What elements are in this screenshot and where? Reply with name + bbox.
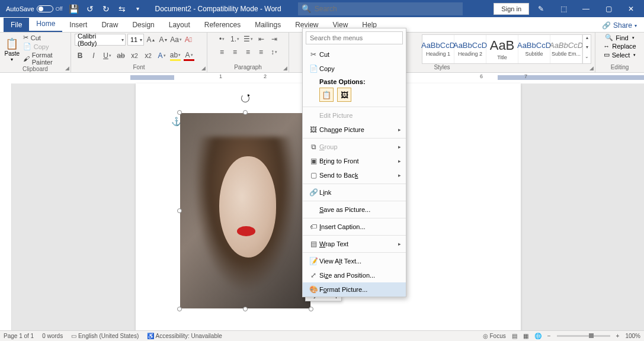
- style-subtitle[interactable]: AaBbCcDSubtitle: [518, 35, 550, 63]
- share-button[interactable]: 🔗 Share ▾: [598, 19, 640, 32]
- change-case-icon[interactable]: Aa: [171, 34, 181, 45]
- coming-soon-icon[interactable]: ✎: [530, 0, 552, 17]
- numbering-icon[interactable]: 1.: [230, 34, 241, 44]
- tab-references[interactable]: References: [197, 18, 248, 32]
- justify-icon[interactable]: ≡: [256, 47, 267, 57]
- maximize-button[interactable]: ▢: [598, 0, 619, 17]
- ctx-link[interactable]: 🔗Link: [303, 185, 406, 200]
- resize-handle[interactable]: [309, 307, 313, 311]
- paste-button[interactable]: 📋 Paste ▾: [4, 37, 21, 62]
- resize-handle[interactable]: [177, 110, 182, 115]
- qat-more-icon[interactable]: ⇆: [115, 2, 129, 16]
- cut-button[interactable]: ✂Cut: [23, 34, 67, 41]
- status-language[interactable]: ▭ English (United States): [71, 333, 139, 339]
- multilevel-list-icon[interactable]: ☰: [243, 34, 254, 44]
- read-mode-icon[interactable]: ▤: [512, 333, 517, 339]
- resize-handle[interactable]: [243, 110, 248, 115]
- qat-customize-icon[interactable]: ▾: [131, 2, 145, 16]
- find-button[interactable]: 🔍Find▾: [605, 34, 634, 41]
- resize-handle[interactable]: [177, 208, 182, 213]
- redo-icon[interactable]: ↻: [99, 2, 113, 16]
- rotate-handle-icon[interactable]: [241, 94, 249, 102]
- font-size-combo[interactable]: 11▾: [127, 34, 144, 46]
- ctx-change-picture[interactable]: 🖼Change Picture▸: [303, 123, 406, 137]
- sign-in-button[interactable]: Sign in: [494, 3, 529, 15]
- subscript-button[interactable]: x2: [129, 50, 140, 61]
- zoom-in-button[interactable]: +: [616, 333, 620, 339]
- styles-spinner[interactable]: ▴▾⌄: [582, 35, 591, 63]
- zoom-thumb[interactable]: [589, 333, 594, 338]
- increase-indent-icon[interactable]: ⇥: [269, 34, 280, 44]
- tab-mailings[interactable]: Mailings: [248, 18, 288, 32]
- align-right-icon[interactable]: ≡: [243, 47, 254, 57]
- styles-more-icon[interactable]: ⌄: [583, 54, 591, 63]
- context-menu-search[interactable]: [306, 31, 403, 44]
- paragraph-launcher-icon[interactable]: ◢: [283, 65, 287, 71]
- ctx-insert-caption[interactable]: 🏷Insert Caption...: [303, 220, 406, 234]
- resize-handle[interactable]: [243, 307, 248, 311]
- status-accessibility[interactable]: ♿ Accessibility: Unavailable: [147, 333, 222, 339]
- ctx-bring-to-front[interactable]: ▣Bring to Front▸: [303, 154, 406, 168]
- font-launcher-icon[interactable]: ◢: [201, 65, 206, 71]
- text-effects-icon[interactable]: A: [156, 50, 167, 61]
- search-input[interactable]: [315, 5, 459, 13]
- style-heading2[interactable]: AaBbCcDHeading 2: [454, 35, 486, 63]
- context-search-input[interactable]: [306, 31, 403, 44]
- replace-button[interactable]: ↔Replace: [603, 43, 636, 50]
- ctx-format-picture[interactable]: 🎨Format Picture...: [303, 282, 406, 297]
- ctx-send-to-back[interactable]: ▢Send to Back▸: [303, 168, 406, 182]
- chevron-down-icon[interactable]: ▾: [583, 44, 591, 54]
- web-layout-icon[interactable]: 🌐: [534, 333, 542, 339]
- resize-handle[interactable]: [177, 307, 182, 311]
- ctx-view-alt-text[interactable]: 📝View Alt Text...: [303, 254, 406, 268]
- style-heading1[interactable]: AaBbCcDHeading 1: [422, 35, 454, 63]
- select-button[interactable]: ▭Select▾: [604, 51, 636, 59]
- minimize-button[interactable]: —: [575, 0, 597, 17]
- status-page[interactable]: Page 1 of 1: [4, 333, 34, 339]
- tab-home[interactable]: Home: [29, 17, 62, 32]
- increase-font-icon[interactable]: A▲: [146, 34, 156, 45]
- clear-formatting-icon[interactable]: A⃠: [183, 34, 194, 45]
- superscript-button[interactable]: x2: [143, 50, 153, 61]
- clipboard-launcher-icon[interactable]: ◢: [65, 65, 69, 71]
- styles-launcher-icon[interactable]: ◢: [589, 65, 594, 71]
- tab-insert[interactable]: Insert: [62, 18, 94, 32]
- chevron-up-icon[interactable]: ▴: [583, 35, 591, 44]
- tab-design[interactable]: Design: [125, 18, 161, 32]
- ctx-size-position[interactable]: ⤢Size and Position...: [303, 268, 406, 282]
- search-box[interactable]: 🔍: [298, 2, 463, 15]
- copy-button[interactable]: 📄Copy: [23, 43, 67, 50]
- font-color-icon[interactable]: A: [184, 50, 194, 61]
- focus-mode-button[interactable]: ◎ Focus: [483, 333, 506, 339]
- save-icon[interactable]: 💾: [67, 2, 81, 16]
- bold-button[interactable]: B: [75, 50, 85, 61]
- status-words[interactable]: 0 words: [42, 333, 63, 339]
- styles-gallery[interactable]: AaBbCcDHeading 1 AaBbCcDHeading 2 AaBTit…: [422, 34, 591, 64]
- tab-file[interactable]: File: [4, 18, 29, 32]
- style-title[interactable]: AaBTitle: [486, 35, 518, 63]
- style-subtle-emphasis[interactable]: AaBbCcDSubtle Em...: [550, 35, 582, 63]
- bullets-icon[interactable]: •: [217, 34, 228, 44]
- decrease-font-icon[interactable]: A▼: [158, 34, 169, 45]
- zoom-out-button[interactable]: −: [547, 333, 551, 339]
- font-name-combo[interactable]: Calibri (Body)▾: [75, 34, 126, 46]
- close-button[interactable]: ✕: [620, 0, 642, 17]
- line-spacing-icon[interactable]: ↕: [269, 47, 280, 57]
- vertical-ruler[interactable]: [0, 83, 12, 330]
- undo-icon[interactable]: ↺: [83, 2, 97, 16]
- paste-keep-formatting-icon[interactable]: 📋: [319, 88, 334, 102]
- strikethrough-button[interactable]: ab: [116, 50, 126, 61]
- zoom-level[interactable]: 100%: [625, 333, 640, 339]
- decrease-indent-icon[interactable]: ⇤: [256, 34, 267, 44]
- ctx-save-as-picture[interactable]: Save as Picture...: [303, 202, 406, 217]
- ctx-wrap-text[interactable]: ▤Wrap Text▸: [303, 237, 406, 251]
- ctx-cut[interactable]: ✂Cut: [303, 47, 406, 62]
- autosave-toggle[interactable]: AutoSave Off: [4, 4, 65, 14]
- align-left-icon[interactable]: ≡: [217, 47, 228, 57]
- highlight-icon[interactable]: ab: [170, 50, 181, 61]
- print-layout-icon[interactable]: ▦: [523, 333, 528, 339]
- tab-draw[interactable]: Draw: [94, 18, 125, 32]
- ribbon-display-icon[interactable]: ⬚: [553, 0, 574, 17]
- tab-layout[interactable]: Layout: [162, 18, 197, 32]
- italic-button[interactable]: I: [88, 50, 99, 61]
